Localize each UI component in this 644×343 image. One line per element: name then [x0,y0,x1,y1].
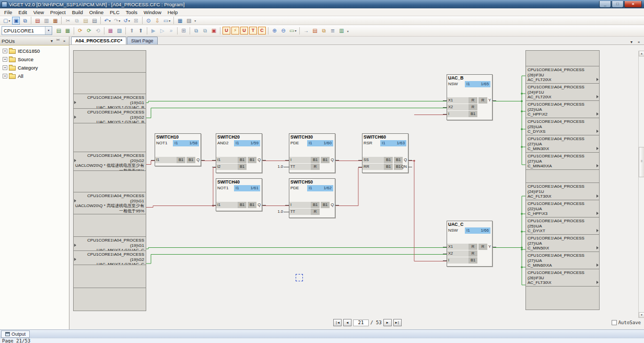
paste-icon[interactable]: ▤ [81,17,89,25]
undo-icon[interactable]: ↶▾ [103,17,111,25]
wire[interactable] [146,206,216,208]
input-pin[interactable]: TT [289,209,295,214]
wire[interactable] [335,168,362,206]
menu-online[interactable]: Online [86,8,107,16]
connector-sink[interactable]: CPU1CORE1\A04_PROCESS (25)\UAC_DY\XS [525,118,600,135]
wire[interactable] [408,161,447,261]
tab-start-page[interactable]: Start Page [127,37,158,44]
connector-sink[interactable]: CPU1CORE1\A04_PROCESS (26)\F3UAC_FLT30\X [525,269,600,287]
autosave-checkbox[interactable] [612,320,617,325]
run-icon[interactable]: ▶ [149,27,157,35]
input-pin[interactable]: RR [362,164,369,169]
input-pin[interactable]: I [447,111,449,116]
block-selection[interactable]: I11/66 [465,227,490,234]
input-pin[interactable]: X2 [447,251,453,256]
upload-icon[interactable]: ⬆ [128,27,136,35]
cpu-select[interactable]: CPU1CORE1 ▾ [2,26,52,35]
tab-close-icon[interactable]: × [635,40,642,44]
close-icon[interactable]: × [61,39,67,43]
block-selection[interactable]: I11/58 [173,140,199,146]
connector-sink[interactable]: CPU1CORE1\A04_PROCESS (26)\F3UAC_FLT20\X [525,66,600,84]
function-block-switch10[interactable]: SWITCH10 NOT1 I11/58 I1B1B1Q [155,133,201,166]
connector-source[interactable]: CPU1CORE1\A04_PROCESS (20)\G1UACLOW20\Q … [73,192,146,214]
function-block-uac_b[interactable]: UAC_B NSW I11/65 X1RRYX2RIB1 [447,74,493,120]
scrollbar-thumb[interactable]: ≡ [639,147,644,177]
function-block-switch30[interactable]: SWITCH30 PDE I11/60 IB1B1Q1.0TTR [289,133,335,173]
close-button[interactable]: × [624,1,642,8]
prev-page-button[interactable]: ◀ [343,319,352,326]
zoom-out-icon[interactable]: ⊖ [279,27,287,35]
menu-build[interactable]: Build [69,8,86,16]
wire[interactable] [146,255,447,264]
wire[interactable] [146,248,447,249]
connector-sink[interactable]: CPU1CORE1\A04_PROCESS (22)\UAC_HPF\X3 [525,200,600,218]
connector-sink[interactable]: CPU1CORE1\A04_PROCESS (27)\UAC_MIN60\XA [525,251,600,269]
output-pin[interactable]: Q [404,157,407,163]
watch-voltage-1-icon[interactable]: U [223,27,230,35]
menu-edit[interactable]: Edit [15,8,30,16]
connector-sink[interactable]: CPU1CORE1\A04_PROCESS (27)\UAC_MIN30\X [525,135,600,153]
wire[interactable] [146,161,155,165]
input-pin[interactable]: I [447,258,449,262]
connector-sink[interactable]: CPU1CORE1\A04_PROCESS (24)\F1UAC_FLT30\X [525,182,600,200]
archive-icon[interactable]: ▦ [51,17,59,25]
block-selection[interactable]: I11/60 [307,140,333,146]
function-block-uac_c[interactable]: UAC_C NSW I11/66 X1RRYX2RIB1 [447,221,493,267]
output-pin[interactable]: Q [257,202,261,208]
pin-icon[interactable]: ⎃ [55,38,61,43]
step-icon[interactable]: ▷ [158,27,166,35]
import-icon[interactable]: ⇩ [154,17,161,25]
expand-icon[interactable]: + [3,49,7,53]
menu-project[interactable]: Project [47,8,69,16]
tab-a04-process-cfc-[interactable]: A04_PROCESS.CFC* [71,37,126,44]
list-view-icon[interactable]: ≣ [329,27,336,35]
menu-file[interactable]: File [1,8,15,16]
connector-source[interactable]: CPU1CORE1\A04_PROCESS (19)\G1UAC_MK\YT *… [73,236,146,251]
tab-scroll-icon[interactable]: ▾ [628,40,635,44]
panel-menu-icon[interactable]: ▾ [49,39,55,43]
compare-icon[interactable]: ▦ [107,27,114,35]
print-icon[interactable]: ▤ [90,17,98,25]
function-block-switch20[interactable]: SWITCH20 AND2 I11/59 I1B1B1QI2B1 [216,133,262,173]
cross-reference-table-icon[interactable]: ▦ [176,17,184,25]
input-pin[interactable]: I [289,202,291,207]
connector-source[interactable]: CPU1CORE1\A04_PROCESS (19)\G2UAC_MK\YS *… [73,108,146,123]
last-page-button[interactable]: ▶| [393,319,402,326]
output-pin[interactable]: Q [331,157,334,163]
toolbar-overflow-icon[interactable]: ▾ [194,19,196,22]
hardware-view-icon[interactable]: ▨ [185,17,193,25]
save-icon[interactable]: ▣ [12,17,20,25]
first-page-button[interactable]: |◀ [333,319,342,326]
export-pdf-icon[interactable]: ▤ [33,17,41,25]
tab-output[interactable]: Output [1,330,30,338]
zoom-in-icon[interactable]: ⊕ [271,27,278,35]
snapshot-icon[interactable]: ▨ [115,27,123,35]
menu-view[interactable]: View [30,8,47,16]
save-all-icon[interactable]: ⧉ [21,17,29,25]
input-pin[interactable]: X2 [447,105,453,109]
scroll-down-icon[interactable]: ▼ [639,312,644,318]
block-selection[interactable]: I11/63 [380,140,406,146]
menu-plc[interactable]: PLC [107,8,122,16]
page-number-input[interactable] [353,319,369,326]
output-pin[interactable]: Y [488,97,491,104]
input-pin[interactable]: I1 [216,202,220,207]
find-icon[interactable]: ⊙ [145,17,153,25]
wire[interactable] [146,108,447,118]
menu-window[interactable]: Window [140,8,165,16]
output-pin[interactable]: Q [196,157,200,163]
new-file-icon[interactable]: ▢▾ [2,17,11,25]
chevron-down-icon[interactable]: ▾ [45,27,52,35]
block-selection[interactable]: I11/62 [307,185,333,191]
minimize-button[interactable]: _ [599,1,611,8]
zoom-fit-icon[interactable]: ▭▾ [288,27,297,35]
redo-icon[interactable]: ↷▾ [113,17,121,25]
connector-sink[interactable]: CPU1CORE1\A04_PROCESS (27)\UAC_MIN50\X [525,234,600,252]
revert-icon[interactable]: ↺▾ [122,17,131,25]
input-pin[interactable]: I1 [216,157,220,162]
output-pin[interactable]: Q [331,202,334,208]
instance-list-icon[interactable]: ⧉ [201,27,209,35]
open-instance-icon[interactable]: ⧉ [192,27,200,35]
sidebar-item-iec61850[interactable]: + IEC61850 [0,47,69,55]
page-manager-icon[interactable]: ▤ [311,27,319,35]
